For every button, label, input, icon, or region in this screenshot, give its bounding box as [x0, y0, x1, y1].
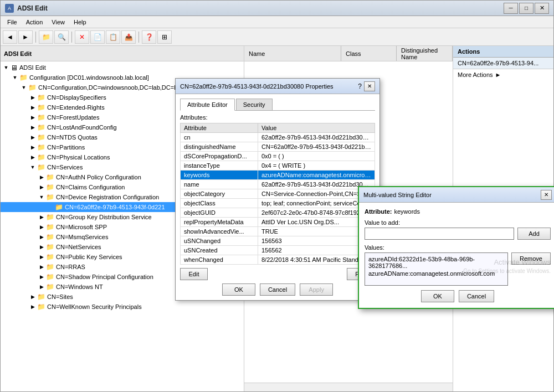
attr-row-4[interactable]: keywordsazureADName:comanagetest.onmicro…: [181, 171, 375, 180]
actions-more-button[interactable]: More Actions ►: [453, 69, 553, 80]
expand-icon[interactable]: ▼: [19, 83, 28, 92]
tree-label: CN=NTDS Quotas: [47, 134, 98, 141]
expand-icon[interactable]: ▶: [28, 113, 37, 122]
tree-node-adsi-edit[interactable]: ▼ 🖥 ADSI Edit: [1, 63, 244, 73]
menu-help[interactable]: Help: [69, 18, 91, 27]
copy-button[interactable]: 📋: [106, 30, 120, 44]
attr-value-9: AttID Ver Loc.USN Org.DS...: [258, 218, 375, 227]
attr-row-5[interactable]: name62a0ff2e-97b9-4513-943f-0d221bd30080…: [181, 180, 375, 189]
expand-icon[interactable]: ▶: [37, 262, 46, 271]
expand-icon[interactable]: ▼: [11, 73, 19, 82]
tree-label: CN=LostAndFoundConfig: [47, 124, 117, 131]
values-list[interactable]: azureADId:62322d1e-53b9-48ba-969b-362817…: [365, 252, 508, 286]
app-icon: A: [5, 4, 14, 13]
grid-button[interactable]: ⊞: [157, 30, 172, 44]
tree-node-wellknown[interactable]: ▶ 📁 CN=WellKnown Security Principals: [1, 302, 244, 312]
delete-button[interactable]: ✕: [75, 30, 89, 44]
forward-button[interactable]: ►: [18, 30, 33, 44]
expand-icon[interactable]: ▶: [28, 143, 37, 152]
attr-row-2[interactable]: dSCorePropagationD...0x0 = ( ): [181, 152, 375, 161]
back-button[interactable]: ◄: [3, 30, 17, 44]
expand-icon[interactable]: ▶: [37, 183, 46, 192]
value-input[interactable]: [365, 228, 514, 240]
expand-icon[interactable]: ▶: [37, 173, 46, 182]
attr-row-10[interactable]: showInAdvancedVie...TRUE: [181, 227, 375, 236]
ok-button[interactable]: OK: [222, 283, 255, 296]
attr-row-7[interactable]: objectClasstop; leaf; connectionPoint; s…: [181, 199, 375, 208]
attr-row-9[interactable]: replPropertyMetaDataAttID Ver Loc.USN Or…: [181, 218, 375, 227]
attr-row-1[interactable]: distinguishedNameCN=62a0ff2e-97b9-4513-9…: [181, 142, 375, 152]
attr-row-6[interactable]: objectCategoryCN=Service-Connection-Poin…: [181, 189, 375, 199]
attr-value-8: 2ef607c2-2e0c-47b0-8748-97c8f192064...: [258, 208, 375, 218]
mve-ok-button[interactable]: OK: [421, 290, 454, 302]
col-dn[interactable]: Distinguished Name: [397, 46, 453, 61]
col-class[interactable]: Class: [341, 46, 397, 61]
attr-row-12[interactable]: uSNCreated156562: [181, 246, 375, 255]
tab-attribute-editor[interactable]: Attribute Editor: [180, 99, 235, 111]
attr-row-3[interactable]: instanceType0x4 = ( WRITE ): [181, 161, 375, 171]
mve-title: Multi-valued String Editor ✕: [359, 187, 554, 203]
mve-attr-value: keywords: [394, 208, 420, 215]
tree-label: CN=Claims Configuration: [56, 184, 125, 190]
tree-label: CN=Sites: [47, 293, 73, 300]
remove-button[interactable]: Remove: [511, 252, 551, 265]
tab-security[interactable]: Security: [236, 99, 273, 110]
expand-icon[interactable]: ▶: [37, 243, 46, 251]
attr-row-11[interactable]: uSNChanged156563: [181, 236, 375, 246]
attr-value-6: CN=Service-Connection-Point,CN=Sche...: [258, 189, 375, 199]
tree-label: CN=ForestUpdates: [47, 114, 99, 121]
expand-icon[interactable]: ▶: [28, 133, 37, 142]
apply-button[interactable]: Apply: [300, 283, 333, 296]
horizontal-scrollbar[interactable]: [244, 383, 453, 391]
expand-icon[interactable]: ▼: [37, 193, 46, 202]
menu-action[interactable]: Action: [22, 18, 48, 27]
expand-icon[interactable]: ▶: [37, 233, 46, 241]
attr-row-8[interactable]: objectGUID2ef607c2-2e0c-47b0-8748-97c8f1…: [181, 208, 375, 218]
expand-icon[interactable]: ▶: [28, 93, 37, 102]
actions-item-cn[interactable]: CN=62a0ff2e-97b9-4513-94...: [453, 58, 553, 69]
expand-icon[interactable]: ▶: [28, 123, 37, 132]
attr-row-13[interactable]: whenChanged8/22/2018 4:30:51 AM Pacific …: [181, 255, 375, 265]
show-button[interactable]: 🔍: [54, 30, 69, 44]
expand-icon[interactable]: ▶: [28, 302, 37, 311]
expand-icon[interactable]: ▶: [28, 103, 37, 112]
expand-icon[interactable]: [46, 203, 55, 212]
add-button[interactable]: Add: [517, 228, 551, 240]
export-button[interactable]: 📤: [121, 30, 136, 44]
expand-icon[interactable]: ▼: [2, 63, 11, 72]
tree-label: CN=MsmqServices: [56, 234, 108, 240]
menu-file[interactable]: File: [3, 18, 22, 27]
tree-label: Configuration [DC01.windowsnoob.lab.loca…: [29, 74, 149, 81]
col-name[interactable]: Name: [244, 46, 341, 61]
close-button[interactable]: ✕: [535, 3, 549, 14]
expand-icon[interactable]: ▶: [28, 292, 37, 301]
cancel-button[interactable]: Cancel: [260, 283, 295, 296]
attr-row-0[interactable]: cn62a0ff2e-97b9-4513-943f-0d221bd30080: [181, 133, 375, 142]
attributes-scroll[interactable]: Attribute Value cn62a0ff2e-97b9-4513-943…: [180, 123, 375, 265]
expand-icon[interactable]: ▶: [37, 223, 46, 231]
menu-view[interactable]: View: [47, 18, 69, 27]
up-button[interactable]: 📁: [39, 30, 53, 44]
tree-label: CN=Extended-Rights: [47, 104, 105, 111]
expand-icon[interactable]: ▶: [37, 213, 46, 221]
properties-button[interactable]: 📄: [90, 30, 105, 44]
maximize-button[interactable]: □: [519, 3, 534, 14]
expand-icon[interactable]: ▼: [28, 163, 37, 172]
minimize-button[interactable]: ─: [504, 3, 518, 14]
attr-name-11: uSNChanged: [181, 236, 258, 246]
mve-close-button[interactable]: ✕: [541, 190, 552, 200]
attributes-label: Attributes:: [180, 114, 375, 121]
dialog-help-icon[interactable]: ?: [358, 82, 362, 90]
expand-icon[interactable]: ▶: [37, 252, 46, 261]
mve-cancel-button[interactable]: Cancel: [459, 290, 494, 302]
tree-label: CN=Device Registration Configuration: [56, 194, 159, 200]
edit-button[interactable]: Edit: [180, 268, 208, 280]
properties-close-button[interactable]: ✕: [364, 81, 375, 91]
help-button[interactable]: ❓: [142, 30, 156, 44]
expand-icon[interactable]: ▶: [37, 272, 46, 281]
attr-name-5: name: [181, 180, 258, 189]
attr-name-2: dSCorePropagationD...: [181, 152, 258, 161]
expand-icon[interactable]: ▶: [28, 153, 37, 162]
attr-value-0: 62a0ff2e-97b9-4513-943f-0d221bd30080: [258, 133, 375, 142]
expand-icon[interactable]: ▶: [37, 282, 46, 291]
